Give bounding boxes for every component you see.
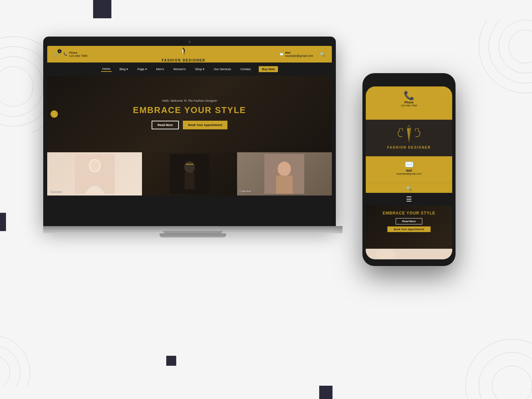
laptop-mockup: 🛒 0 📞 Phone 123 456 7890 — [43, 37, 342, 253]
svg-point-12 — [479, 352, 532, 399]
phone-search-area: 🔍 — [366, 183, 452, 193]
svg-point-25 — [376, 249, 396, 259]
svg-point-10 — [0, 336, 30, 386]
read-more-button[interactable]: Read More — [152, 121, 179, 129]
hero-title-style: STYLE — [215, 105, 246, 115]
nav-buy-now[interactable]: Buy Now — [259, 66, 278, 72]
phone-book-appointment-button[interactable]: Book Your Appointment — [387, 226, 431, 232]
phone-mail-icon: ✉️ — [370, 160, 448, 169]
phone-logo-emblem — [396, 124, 422, 144]
nav-womens[interactable]: Women's — [172, 67, 187, 71]
laptop-screen: 🛒 0 📞 Phone 123 456 7890 — [47, 46, 332, 222]
hero-buttons: Read More Book Your Appointment — [133, 121, 246, 129]
nav-home[interactable]: Home — [101, 66, 112, 72]
phone-screen: 📞 Phone 123 456 7890 FASHION DESIGNER — [366, 86, 452, 259]
header-mail-contact: ✉️ Mail example@gmail.com — [280, 51, 313, 58]
nav-mens[interactable]: Men's — [155, 67, 166, 71]
phone-gallery-strip — [366, 249, 452, 259]
laptop-base — [43, 226, 342, 233]
circle-decoration-bottom-right — [426, 293, 532, 399]
gallery-label-1: Collection — [50, 190, 62, 193]
site-gallery: Collection — [47, 152, 332, 196]
search-icon[interactable]: 🔍 — [320, 52, 325, 57]
svg-point-0 — [0, 66, 33, 106]
svg-point-4 — [509, 30, 532, 63]
decorative-square-5 — [319, 386, 332, 399]
svg-rect-23 — [276, 176, 293, 194]
site-brand: FASHION DESIGNER — [87, 59, 280, 62]
gallery-image-2-svg — [170, 154, 209, 194]
phone-hero-area: EMBRACE YOUR STYLE Read More Book Your A… — [366, 205, 452, 249]
phone-menu-area: ☰ — [366, 193, 452, 205]
decorative-square-3 — [0, 213, 6, 231]
site-hero: ‹ Hello, Welcome To The Fashion Designer… — [47, 76, 332, 152]
gallery-label-3: Collection — [240, 190, 251, 193]
phone-search-icon[interactable]: 🔍 — [406, 186, 412, 191]
phone-mail-label: Mail — [370, 169, 448, 172]
phone-phone-label: Phone — [370, 101, 448, 104]
laptop-body: 🛒 0 📞 Phone 123 456 7890 — [43, 37, 336, 226]
laptop-stand — [160, 233, 226, 237]
mail-label: Mail — [285, 51, 313, 54]
phone-mail-address: example@gmail.com — [370, 172, 448, 175]
phone-phone-number: 123 456 7890 — [370, 104, 448, 107]
phone-logo-area: FASHION DESIGNER — [366, 120, 452, 156]
gallery-item-1: Collection — [47, 152, 142, 196]
gallery-image-1-svg — [75, 154, 115, 194]
mail-address: example@gmail.com — [285, 54, 313, 58]
circle-decoration-bottom-left — [0, 286, 73, 386]
svg-point-18 — [184, 161, 195, 173]
hero-prev-button[interactable]: ‹ — [51, 110, 58, 118]
svg-point-5 — [499, 20, 532, 73]
mail-icon: ✉️ — [280, 53, 283, 56]
phone-body: 📞 Phone 123 456 7890 FASHION DESIGNER — [362, 73, 456, 266]
phone-label: Phone — [69, 51, 87, 54]
hamburger-icon[interactable]: ☰ — [406, 195, 412, 203]
phone-number: 123 456 7890 — [69, 54, 87, 58]
site-header-top: 🛒 0 📞 Phone 123 456 7890 — [47, 46, 332, 63]
phone-read-more-button[interactable]: Read More — [396, 218, 422, 224]
svg-point-6 — [489, 20, 532, 83]
phone-brand: FASHION DESIGNER — [370, 146, 448, 149]
hero-content: Hello, Welcome To The Fashion Designer E… — [133, 99, 246, 129]
svg-point-16 — [90, 160, 99, 171]
phone-mockup: 📞 Phone 123 456 7890 FASHION DESIGNER — [362, 73, 456, 266]
phone-icon: 📞 — [64, 53, 67, 56]
phone-phone-icon: 📞 — [370, 90, 448, 101]
header-phone-contact: 📞 Phone 123 456 7890 — [64, 51, 87, 58]
gallery-item-2 — [142, 152, 237, 196]
phone-gallery-strip-svg — [366, 249, 452, 259]
hero-title: EMBRACE YOUR STYLE — [133, 105, 246, 115]
svg-point-7 — [479, 20, 532, 93]
site-navbar: Home Blog ▾ Page ▾ Men's Women's Shop ▾ … — [47, 63, 332, 76]
svg-point-22 — [278, 162, 291, 176]
site-logo: FASHION DESIGNER — [87, 47, 280, 62]
phone-hero-style: STYLE — [421, 211, 436, 215]
circle-decoration-right — [459, 20, 532, 113]
book-appointment-button[interactable]: Book Your Appointment — [183, 121, 227, 129]
gallery-image-3-svg — [264, 154, 304, 194]
svg-point-13 — [466, 339, 532, 399]
header-right-area: ✉️ Mail example@gmail.com 🔍 — [280, 51, 325, 58]
svg-point-1 — [0, 57, 43, 116]
cart-area: 🛒 0 — [54, 51, 60, 57]
svg-rect-19 — [185, 173, 195, 189]
laptop-camera — [188, 41, 191, 43]
nav-blog[interactable]: Blog ▾ — [118, 67, 130, 71]
phone-header-mail: ✉️ Mail example@gmail.com — [366, 156, 452, 183]
logo-emblem-icon — [178, 47, 190, 59]
phone-hero-title: EMBRACE YOUR STYLE — [371, 211, 447, 215]
decorative-square-4 — [166, 356, 176, 366]
svg-point-9 — [0, 346, 20, 386]
nav-page[interactable]: Page ▾ — [136, 67, 148, 71]
hero-subtitle: Hello, Welcome To The Fashion Designer — [133, 99, 246, 102]
nav-contact[interactable]: Contact — [239, 67, 252, 71]
hero-title-part1: EMBRACE YOUR — [133, 105, 215, 115]
nav-shop[interactable]: Shop ▾ — [194, 67, 206, 71]
phone-hero-title-part1: EMBRACE YOUR — [383, 211, 421, 215]
cart-badge: 0 — [58, 49, 62, 53]
nav-services[interactable]: Our Services — [212, 67, 232, 71]
gallery-item-3: Collection — [237, 152, 332, 196]
svg-point-11 — [492, 366, 532, 399]
decorative-square-1 — [93, 0, 111, 18]
